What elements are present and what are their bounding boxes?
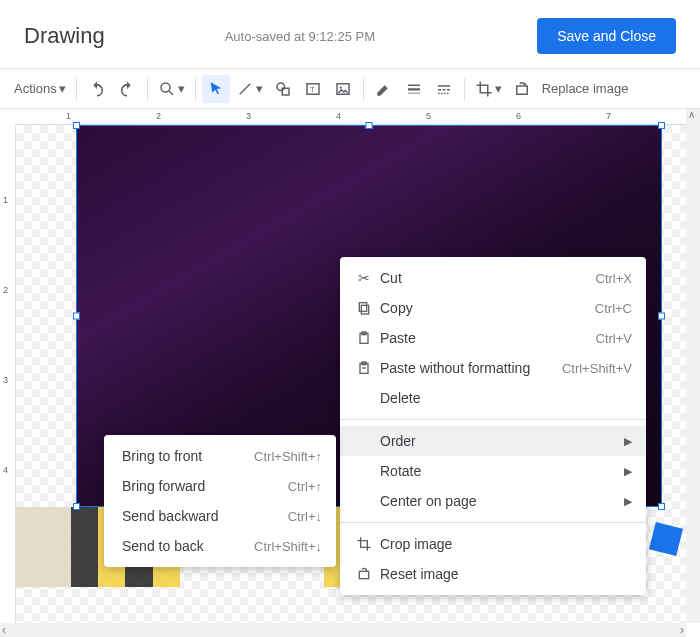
toolbar-separator — [464, 78, 465, 100]
svg-rect-15 — [447, 89, 450, 91]
ctx-order[interactable]: Order ▶ — [340, 426, 646, 456]
svg-line-2 — [239, 83, 250, 94]
actions-label: Actions — [14, 81, 57, 96]
shape-icon — [274, 80, 292, 98]
vertical-scrollbar[interactable] — [686, 109, 700, 623]
svg-rect-13 — [438, 89, 441, 91]
ctx-paste[interactable]: Paste Ctrl+V — [340, 323, 646, 353]
line-weight-icon — [405, 80, 423, 98]
resize-handle[interactable] — [73, 313, 80, 320]
svg-rect-21 — [361, 305, 368, 314]
ctx-send-to-back[interactable]: Send to back Ctrl+Shift+↓ — [104, 531, 336, 561]
svg-rect-14 — [442, 89, 445, 91]
svg-rect-22 — [359, 303, 366, 312]
paste-plain-icon — [352, 360, 376, 376]
drawing-dialog: Drawing Auto-saved at 9:12:25 PM Save an… — [0, 0, 700, 637]
resize-handle[interactable] — [658, 503, 665, 510]
ctx-rotate[interactable]: Rotate ▶ — [340, 456, 646, 486]
crop-icon — [352, 536, 376, 552]
resize-handle[interactable] — [658, 313, 665, 320]
replace-image-label: Replace image — [542, 81, 629, 96]
ruler-tick: 5 — [426, 111, 431, 121]
cut-icon: ✂ — [352, 270, 376, 286]
ctx-crop-image[interactable]: Crop image — [340, 529, 646, 559]
ctx-bring-forward[interactable]: Bring forward Ctrl+↑ — [104, 471, 336, 501]
svg-rect-17 — [441, 92, 443, 94]
ctx-label: Send to back — [122, 538, 254, 554]
ctx-label: Rotate — [376, 463, 616, 479]
ruler-tick: 1 — [3, 195, 8, 205]
svg-rect-9 — [408, 84, 420, 86]
crop-button[interactable]: ▾ — [471, 75, 506, 103]
redo-button[interactable] — [113, 75, 141, 103]
save-and-close-button[interactable]: Save and Close — [537, 18, 676, 54]
horizontal-ruler: 1 2 3 4 5 6 7 — [16, 109, 700, 125]
paste-icon — [352, 330, 376, 346]
ctx-shortcut: Ctrl+↑ — [288, 479, 322, 494]
undo-icon — [88, 80, 106, 98]
undo-button[interactable] — [83, 75, 111, 103]
order-submenu: Bring to front Ctrl+Shift+↑ Bring forwar… — [104, 435, 336, 567]
svg-rect-16 — [438, 92, 440, 94]
caret-down-icon: ▾ — [495, 81, 502, 96]
dialog-header: Drawing Auto-saved at 9:12:25 PM Save an… — [0, 0, 700, 69]
replace-image-button[interactable]: Replace image — [538, 75, 633, 103]
line-tool-button[interactable]: ▾ — [232, 75, 267, 103]
caret-down-icon: ▾ — [59, 81, 66, 96]
ctx-shortcut: Ctrl+V — [596, 331, 632, 346]
horizontal-scrollbar[interactable]: ‹› — [0, 623, 686, 637]
ctx-shortcut: Ctrl+Shift+↓ — [254, 539, 322, 554]
resize-handle[interactable] — [366, 122, 373, 129]
ctx-label: Bring to front — [122, 448, 254, 464]
ruler-tick: 2 — [3, 285, 8, 295]
reset-image-button[interactable] — [508, 75, 536, 103]
reset-image-icon — [513, 80, 531, 98]
canvas-area[interactable]: 1 2 3 4 5 6 7 1 2 3 4 The WindowsClub — [0, 109, 700, 637]
ruler-tick: 4 — [336, 111, 341, 121]
image-icon — [334, 80, 352, 98]
ctx-shortcut: Ctrl+X — [596, 271, 632, 286]
resize-handle[interactable] — [73, 122, 80, 129]
ctx-send-backward[interactable]: Send backward Ctrl+↓ — [104, 501, 336, 531]
caret-down-icon: ▾ — [256, 81, 263, 96]
actions-menu-button[interactable]: Actions ▾ — [10, 75, 70, 103]
ctx-label: Bring forward — [122, 478, 288, 494]
ctx-cut[interactable]: ✂ Cut Ctrl+X — [340, 263, 646, 293]
textbox-tool-button[interactable]: T — [299, 75, 327, 103]
scroll-left-icon[interactable]: ‹ — [2, 623, 6, 637]
ctx-copy[interactable]: Copy Ctrl+C — [340, 293, 646, 323]
ctx-shortcut: Ctrl+↓ — [288, 509, 322, 524]
ctx-delete[interactable]: Delete — [340, 383, 646, 413]
border-weight-button[interactable] — [400, 75, 428, 103]
cursor-icon — [207, 80, 225, 98]
toolbar: Actions ▾ ▾ ▾ T ▾ Replace image — [0, 69, 700, 109]
ctx-paste-plain[interactable]: Paste without formatting Ctrl+Shift+V — [340, 353, 646, 383]
menu-separator — [340, 522, 646, 523]
border-dash-button[interactable] — [430, 75, 458, 103]
toolbar-separator — [76, 78, 77, 100]
scroll-right-icon[interactable]: › — [680, 623, 684, 637]
toolbar-separator — [195, 78, 196, 100]
submenu-arrow-icon: ▶ — [624, 495, 632, 508]
resize-handle[interactable] — [658, 122, 665, 129]
ctx-bring-to-front[interactable]: Bring to front Ctrl+Shift+↑ — [104, 441, 336, 471]
shape-tool-button[interactable] — [269, 75, 297, 103]
ruler-tick: 1 — [66, 111, 71, 121]
ctx-label: Cut — [376, 270, 596, 286]
ctx-reset-image[interactable]: Reset image — [340, 559, 646, 589]
ctx-label: Paste — [376, 330, 596, 346]
line-icon — [236, 80, 254, 98]
svg-rect-11 — [408, 92, 420, 93]
image-tool-button[interactable] — [329, 75, 357, 103]
select-tool-button[interactable] — [202, 75, 230, 103]
svg-point-0 — [161, 83, 170, 92]
line-dash-icon — [435, 80, 453, 98]
border-color-button[interactable] — [370, 75, 398, 103]
ctx-shortcut: Ctrl+Shift+↑ — [254, 449, 322, 464]
resize-handle[interactable] — [73, 503, 80, 510]
zoom-button[interactable]: ▾ — [154, 75, 189, 103]
svg-rect-12 — [438, 85, 450, 87]
svg-rect-28 — [359, 571, 368, 578]
ctx-center[interactable]: Center on page ▶ — [340, 486, 646, 516]
ruler-tick: 6 — [516, 111, 521, 121]
